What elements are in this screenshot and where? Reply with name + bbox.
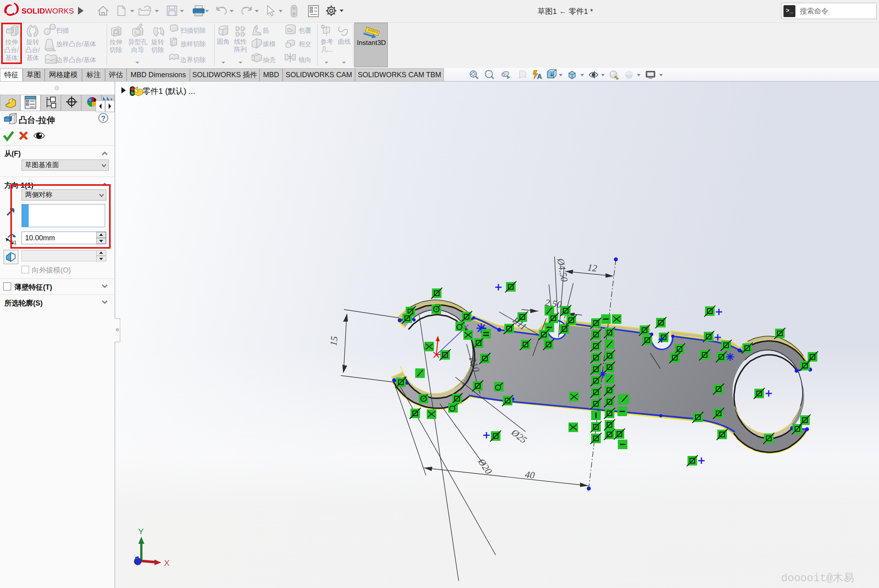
svg-text:dooooit@木易: dooooit@木易 [781, 572, 854, 584]
svg-text:Y: Y [138, 527, 144, 536]
svg-text:X: X [164, 558, 170, 567]
svg-text:A: A [537, 73, 542, 80]
svg-text:SOLIDWORKS: SOLIDWORKS [21, 7, 74, 15]
svg-text:15: 15 [328, 336, 340, 347]
svg-text:40: 40 [524, 469, 535, 481]
svg-text:12: 12 [587, 262, 598, 273]
svg-text:零件1 (默认) ...: 零件1 (默认) ... [143, 87, 195, 95]
